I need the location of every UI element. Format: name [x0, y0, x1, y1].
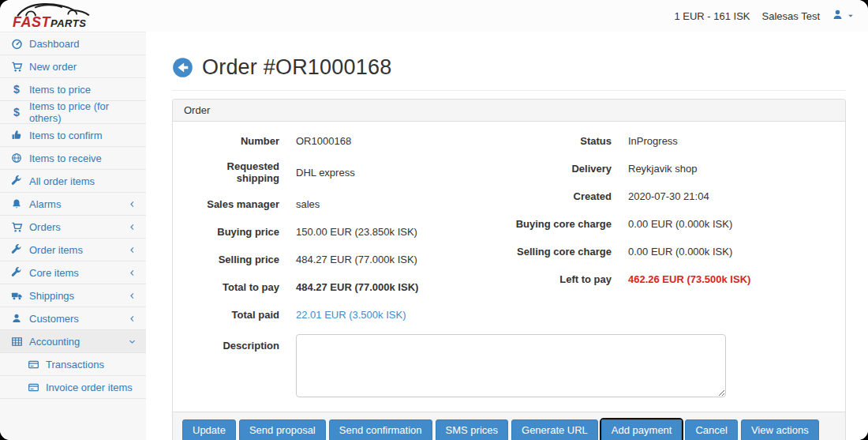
table-icon — [10, 336, 23, 348]
page-header: Order #OR1000168 — [172, 55, 846, 80]
card-icon — [27, 359, 39, 370]
chevron-left-icon — [128, 223, 137, 231]
field-value-status: InProgress — [628, 135, 678, 147]
field-label: Left to pay — [509, 273, 612, 285]
field-row-left-to-pay: Left to pay462.26 EUR (73.500k ISK) — [509, 271, 833, 287]
sidebar-item-items-to-receive[interactable]: Items to receive — [0, 147, 146, 170]
send-proposal-button[interactable]: Send proposal — [239, 419, 326, 440]
sidebar-item-accounting[interactable]: Accounting — [0, 330, 146, 353]
sidebar-item-label: Accounting — [29, 336, 80, 348]
globe-icon — [10, 152, 23, 164]
sidebar-item-all-order-items[interactable]: All order items — [0, 170, 146, 193]
description-input[interactable] — [296, 334, 726, 397]
field-row-total-to-pay: Total to pay484.27 EUR (77.000k ISK) — [185, 279, 509, 295]
app-window: FASTPARTS 1 EUR - 161 ISK Salesas Test D… — [0, 0, 868, 440]
sms-prices-button[interactable]: SMS prices — [436, 419, 508, 440]
sidebar-item-label: Order items — [29, 244, 83, 256]
card-icon — [27, 382, 39, 393]
sidebar-item-items-to-price-for-others[interactable]: $Items to price (for others) — [0, 101, 146, 124]
sidebar-item-new-order[interactable]: New order — [0, 55, 146, 78]
sidebar-item-core-items[interactable]: Core items — [0, 261, 146, 284]
field-label: Selling price — [185, 254, 279, 265]
field-value-sales-manager: sales — [296, 198, 320, 210]
field-label: Selling core charge — [509, 246, 612, 258]
sidebar-item-invoice-order-items[interactable]: Invoice order items — [0, 376, 146, 399]
description-label: Description — [185, 334, 279, 397]
chevron-left-icon — [128, 291, 137, 300]
dollar-icon: $ — [10, 83, 23, 96]
form-left-column: NumberOR1000168Requested shippingDHL exp… — [185, 133, 509, 334]
field-row-delivery: DeliveryReykjavik shop — [509, 160, 833, 176]
field-label: Requested shipping — [185, 160, 279, 184]
field-row-selling-core-charge: Selling core charge0.00 EUR (0.000k ISK) — [509, 243, 833, 259]
field-row-created: Created2020-07-30 21:04 — [509, 188, 833, 204]
sidebar-item-shippings[interactable]: Shippings — [0, 284, 146, 307]
logo-text: FASTPARTS — [13, 15, 86, 29]
field-value-buying-core-charge: 0.00 EUR (0.000k ISK) — [628, 218, 732, 230]
send-confirmation-button[interactable]: Send confirmation — [329, 419, 432, 440]
sidebar-item-label: Dashboard — [29, 38, 80, 50]
sidebar-item-label: Items to price — [29, 84, 91, 96]
dollar-icon: $ — [10, 106, 23, 118]
sidebar-item-transactions[interactable]: Transactions — [0, 353, 146, 376]
caret-down-icon — [846, 11, 855, 21]
total-paid-link[interactable]: 22.01 EUR (3.500k ISK) — [296, 309, 406, 321]
sidebar-item-label: Transactions — [46, 359, 104, 370]
field-value-buying-price: 150.00 EUR (23.850k ISK) — [296, 226, 417, 238]
field-row-selling-price: Selling price484.27 EUR (77.000k ISK) — [185, 251, 509, 267]
sidebar-item-orders[interactable]: Orders — [0, 216, 146, 239]
logo-parts: PARTS — [51, 17, 86, 29]
field-value-total-to-pay: 484.27 EUR (77.000k ISK) — [296, 281, 418, 293]
view-actions-button[interactable]: View actions — [741, 419, 819, 440]
description-row: Description — [185, 334, 833, 397]
page-title: Order #OR1000168 — [202, 55, 391, 80]
top-bar: FASTPARTS 1 EUR - 161 ISK Salesas Test — [0, 0, 868, 32]
sidebar-item-items-to-confirm[interactable]: Items to confirm — [0, 124, 146, 147]
chevron-left-icon — [128, 246, 137, 254]
panel-title: Order — [173, 100, 845, 122]
user-icon — [832, 9, 844, 23]
add-payment-button[interactable]: Add payment — [601, 419, 683, 440]
field-label: Number — [185, 135, 279, 147]
generate-url-button[interactable]: Generate URL — [511, 419, 598, 440]
arrow-circle-left-icon — [172, 57, 193, 78]
logo-fast: FAST — [13, 14, 51, 30]
sidebar-item-label: Customers — [29, 313, 79, 325]
exchange-rate: 1 EUR - 161 ISK — [674, 10, 750, 22]
field-row-sales-manager: Sales managersales — [185, 196, 509, 212]
thumbs-up-icon — [10, 130, 23, 141]
field-value-requested-shipping: DHL express — [296, 167, 355, 179]
sidebar-item-order-items[interactable]: Order items — [0, 239, 146, 261]
sidebar: DashboardNew order$Items to price$Items … — [0, 32, 146, 440]
sidebar-item-label: Items to price (for others) — [29, 100, 137, 124]
wrench-icon — [10, 244, 23, 255]
field-label: Delivery — [509, 163, 612, 175]
field-label: Total paid — [185, 309, 279, 321]
user-icon — [10, 313, 23, 324]
truck-icon — [10, 290, 23, 302]
sidebar-item-label: Orders — [29, 221, 61, 233]
back-button[interactable] — [172, 57, 193, 78]
user-name: Salesas Test — [762, 10, 820, 22]
field-value-left-to-pay: 462.26 EUR (73.500k ISK) — [628, 273, 750, 285]
action-button-bar: UpdateSend proposalSend confirmationSMS … — [173, 412, 845, 440]
field-row-total-paid: Total paid22.01 EUR (3.500k ISK) — [185, 306, 509, 322]
title-divider — [172, 90, 846, 91]
sidebar-item-label: Invoice order items — [46, 382, 133, 393]
main-content: Order #OR1000168 Order NumberOR1000168Re… — [146, 32, 868, 440]
field-row-status: StatusInProgress — [509, 133, 833, 149]
sidebar-item-items-to-price[interactable]: $Items to price — [0, 78, 146, 101]
sidebar-item-label: All order items — [29, 175, 95, 187]
field-value-delivery: Reykjavik shop — [628, 163, 697, 175]
sidebar-item-customers[interactable]: Customers — [0, 307, 146, 330]
cancel-button[interactable]: Cancel — [685, 419, 737, 440]
field-row-buying-price: Buying price150.00 EUR (23.850k ISK) — [185, 224, 509, 239]
sidebar-item-alarms[interactable]: Alarms — [0, 193, 146, 216]
field-value-number: OR1000168 — [296, 135, 351, 147]
sidebar-item-dashboard[interactable]: Dashboard — [0, 32, 146, 55]
user-menu[interactable] — [832, 9, 855, 23]
field-label: Status — [509, 135, 612, 147]
logo[interactable]: FASTPARTS — [11, 0, 96, 32]
update-button[interactable]: Update — [182, 419, 236, 440]
field-label: Buying core charge — [509, 218, 612, 230]
